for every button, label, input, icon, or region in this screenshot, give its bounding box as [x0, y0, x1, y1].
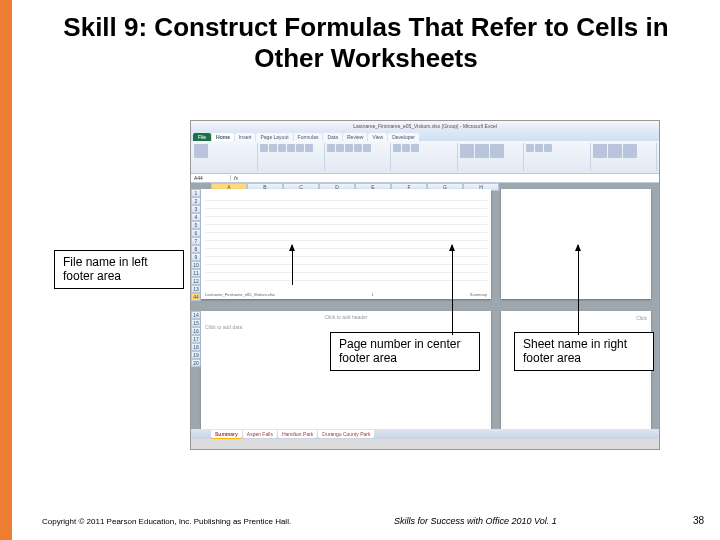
slide-title: Skill 9: Construct Formulas That Refer t… — [12, 0, 720, 82]
arrow-icon — [452, 245, 453, 335]
format-table-icon[interactable] — [475, 144, 489, 158]
row-20[interactable]: 20 — [191, 359, 201, 367]
row-12[interactable]: 12 — [191, 277, 201, 285]
find-select-icon[interactable] — [623, 144, 637, 158]
row-3[interactable]: 3 — [191, 205, 201, 213]
row-5[interactable]: 5 — [191, 221, 201, 229]
page-1: Lastname_Firstname_e05_Visitors.xlsx 1 S… — [201, 189, 491, 299]
formula-bar: A44 fx — [191, 173, 659, 183]
tab-pagelayout[interactable]: Page Layout — [256, 133, 292, 141]
side-placeholder[interactable]: Click — [501, 311, 651, 325]
comma-icon[interactable] — [411, 144, 419, 152]
merge-icon[interactable] — [363, 144, 371, 152]
ribbon: File Home Insert Page Layout Formulas Da… — [191, 131, 659, 173]
ribbon-tabs: File Home Insert Page Layout Formulas Da… — [191, 131, 659, 141]
insert-icon[interactable] — [526, 144, 534, 152]
paste-icon[interactable] — [194, 144, 208, 158]
row-6[interactable]: 6 — [191, 229, 201, 237]
row-8[interactable]: 8 — [191, 245, 201, 253]
header-placeholder[interactable]: Click to add header — [201, 311, 491, 320]
book-title: Skills for Success with Office 2010 Vol.… — [394, 516, 557, 526]
bold-icon[interactable] — [260, 144, 268, 152]
row-headers-top: 1 2 3 4 5 6 7 8 9 10 11 12 13 44 — [191, 189, 201, 301]
ws-tab-summary[interactable]: Summary — [211, 430, 242, 439]
slide-body: Skill 9: Construct Formulas That Refer t… — [12, 0, 720, 540]
tab-developer[interactable]: Developer — [388, 133, 419, 141]
footer-left: Lastname_Firstname_e05_Visitors.xlsx — [205, 292, 275, 297]
tab-home[interactable]: Home — [212, 133, 234, 141]
page1-footer: Lastname_Firstname_e05_Visitors.xlsx 1 S… — [205, 292, 487, 297]
row-2[interactable]: 2 — [191, 197, 201, 205]
copyright: Copyright © 2011 Pearson Education, Inc.… — [42, 517, 291, 526]
file-tab[interactable]: File — [193, 133, 211, 141]
row-19[interactable]: 19 — [191, 351, 201, 359]
window-titlebar: Lastname_Firstname_e05_Visitors.xlsx [Gr… — [191, 121, 659, 131]
cond-format-icon[interactable] — [460, 144, 474, 158]
row-headers-bottom: 14 15 16 17 18 19 20 — [191, 311, 201, 367]
percent-icon[interactable] — [402, 144, 410, 152]
delete-icon[interactable] — [535, 144, 543, 152]
row-10[interactable]: 10 — [191, 261, 201, 269]
row-1[interactable]: 1 — [191, 189, 201, 197]
row-11[interactable]: 11 — [191, 269, 201, 277]
row-13[interactable]: 13 — [191, 285, 201, 293]
excel-screenshot: Lastname_Firstname_e05_Visitors.xlsx [Gr… — [190, 120, 660, 450]
tab-insert[interactable]: Insert — [235, 133, 256, 141]
row-17[interactable]: 17 — [191, 335, 201, 343]
tab-formulas[interactable]: Formulas — [294, 133, 323, 141]
border-icon[interactable] — [287, 144, 295, 152]
accent-bar — [0, 0, 12, 540]
fx-icon[interactable]: fx — [231, 175, 241, 181]
align-center-icon[interactable] — [336, 144, 344, 152]
currency-icon[interactable] — [393, 144, 401, 152]
row-16[interactable]: 16 — [191, 327, 201, 335]
cell-styles-icon[interactable] — [490, 144, 504, 158]
align-right-icon[interactable] — [345, 144, 353, 152]
sort-filter-icon[interactable] — [608, 144, 622, 158]
align-left-icon[interactable] — [327, 144, 335, 152]
footer-center: 1 — [371, 292, 373, 297]
callout-right-footer: Sheet name in right footer area — [514, 332, 654, 371]
tab-review[interactable]: Review — [343, 133, 367, 141]
callout-center-footer: Page number in center footer area — [330, 332, 480, 371]
ribbon-body — [191, 141, 659, 173]
sheet-area: A B C D E F G H 1 2 3 4 5 6 7 8 9 10 11 — [191, 183, 659, 439]
arrow-icon — [578, 245, 579, 335]
row-15[interactable]: 15 — [191, 319, 201, 327]
wrap-icon[interactable] — [354, 144, 362, 152]
underline-icon[interactable] — [278, 144, 286, 152]
arrow-icon — [292, 245, 293, 285]
page-4: Click — [501, 311, 651, 431]
format-icon[interactable] — [544, 144, 552, 152]
row-18[interactable]: 18 — [191, 343, 201, 351]
page-number: 38 — [693, 515, 704, 526]
ws-tab-hamilton[interactable]: Hamilton Park — [278, 430, 317, 438]
footer-right: Summary — [470, 292, 487, 297]
tab-view[interactable]: View — [368, 133, 387, 141]
page-3: Click to add header Click to add data — [201, 311, 491, 431]
worksheet-tabs: Summary Aspen Falls Hamilton Park Durang… — [191, 429, 659, 439]
italic-icon[interactable] — [269, 144, 277, 152]
row-14[interactable]: 14 — [191, 311, 201, 319]
row-4[interactable]: 4 — [191, 213, 201, 221]
autosum-icon[interactable] — [593, 144, 607, 158]
ws-tab-aspen[interactable]: Aspen Falls — [243, 430, 277, 438]
callout-left-footer: File name in left footer area — [54, 250, 184, 289]
fill-icon[interactable] — [296, 144, 304, 152]
name-box[interactable]: A44 — [191, 175, 231, 181]
row-44[interactable]: 44 — [191, 293, 201, 301]
ws-tab-durango[interactable]: Durango County Park — [318, 430, 374, 438]
font-color-icon[interactable] — [305, 144, 313, 152]
tab-data[interactable]: Data — [323, 133, 342, 141]
row-9[interactable]: 9 — [191, 253, 201, 261]
row-7[interactable]: 7 — [191, 237, 201, 245]
